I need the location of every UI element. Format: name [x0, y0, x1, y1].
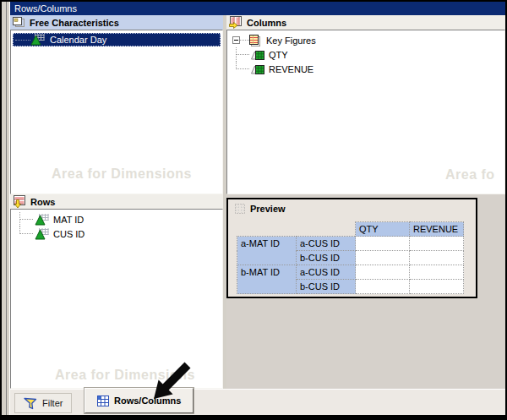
tree-item-label: MAT ID — [53, 215, 84, 225]
stacked-squares-icon — [13, 17, 25, 28]
table-row: a-MAT ID a-CUS ID — [237, 237, 464, 251]
free-characteristics-list[interactable]: Calendar Day Area for Dimensions — [10, 30, 223, 194]
preview-pane: Preview QTY REVENUE a-MAT ID a-CUS ID b-… — [226, 194, 505, 389]
tree-line — [232, 47, 251, 62]
columns-header: Columns — [226, 15, 505, 30]
table-arrow-down-icon — [13, 195, 26, 208]
panel-title: Free Characteristics — [30, 18, 119, 28]
tree-item-qty[interactable]: QTY — [227, 47, 504, 62]
panel-title: Columns — [247, 18, 286, 28]
rows-tree[interactable]: MAT ID CUS ID — [10, 209, 223, 389]
tree-line — [16, 226, 35, 241]
tree-item-label: Calendar Day — [50, 35, 106, 45]
filter-funnel-icon — [24, 397, 37, 410]
row-header: a-CUS ID — [297, 265, 356, 280]
value-cell — [356, 265, 410, 280]
value-cell — [410, 237, 464, 251]
value-cell — [356, 251, 410, 265]
row-header: b-CUS ID — [297, 280, 356, 294]
columns-panel: Columns Key Figures — [226, 15, 505, 194]
tree-line — [16, 212, 35, 226]
row-header: a-MAT ID — [237, 237, 297, 265]
preview-box: Preview QTY REVENUE a-MAT ID a-CUS ID b-… — [226, 198, 477, 298]
grid-table-icon — [97, 395, 109, 406]
preview-table: QTY REVENUE a-MAT ID a-CUS ID b-CUS ID b… — [237, 221, 464, 294]
pane-title: Rows/Columns — [14, 3, 77, 14]
row-header: a-CUS ID — [297, 237, 356, 251]
pane-title-bar: Rows/Columns — [10, 2, 505, 15]
tree-item-key-figures[interactable]: Key Figures — [227, 33, 504, 47]
area-watermark-clipped: Area fo — [445, 167, 495, 183]
view-tab-strip: Filter Rows/Columns — [10, 389, 505, 415]
tree-item-cus-id[interactable]: CUS ID — [11, 226, 222, 241]
collapse-icon[interactable] — [232, 36, 240, 44]
characteristic-icon — [35, 214, 49, 226]
table-arrow-right-icon — [229, 16, 243, 29]
row-header: b-CUS ID — [297, 251, 356, 265]
tab-rows-columns[interactable]: Rows/Columns — [84, 388, 194, 413]
tree-item-revenue[interactable]: REVENUE — [227, 62, 504, 76]
tab-label: Rows/Columns — [114, 395, 181, 406]
rows-header: Rows — [10, 194, 223, 209]
columns-tree[interactable]: Key Figures QTY — [226, 30, 505, 194]
tree-line — [15, 40, 30, 41]
tab-filter[interactable]: Filter — [14, 393, 72, 413]
characteristic-icon — [30, 34, 45, 46]
column-header: QTY — [356, 222, 410, 237]
tree-line — [232, 62, 251, 76]
table-row: QTY REVENUE — [237, 222, 464, 237]
area-watermark: Area for Dimensions — [55, 368, 195, 383]
key-figure-icon — [251, 49, 264, 61]
preview-title: Preview — [250, 204, 286, 214]
table-row: b-MAT ID a-CUS ID — [237, 265, 464, 280]
free-characteristics-header: Free Characteristics — [10, 15, 223, 30]
dotted-square-icon — [235, 204, 245, 214]
query-designer-window: Rows/Columns Free Characteristics — [0, 0, 507, 420]
tree-item-label: REVENUE — [269, 64, 313, 74]
tab-label: Filter — [42, 398, 63, 408]
free-characteristics-panel: Free Characteristics Calendar Day Area f… — [10, 15, 223, 194]
tree-item-label: CUS ID — [53, 229, 84, 239]
characteristic-icon — [35, 228, 49, 240]
preview-header: Preview — [228, 199, 476, 214]
key-figures-folder-icon — [249, 35, 262, 46]
docking-handle[interactable] — [2, 2, 10, 415]
tree-item-label: Key Figures — [266, 35, 316, 46]
key-figure-icon — [251, 63, 264, 75]
tree-line — [240, 40, 249, 41]
area-watermark: Area for Dimensions — [52, 166, 192, 182]
value-cell — [410, 280, 464, 294]
value-cell — [356, 280, 410, 294]
rows-panel: Rows MAT ID — [10, 194, 223, 389]
tree-item-label: QTY — [269, 50, 288, 60]
row-header: b-MAT ID — [237, 265, 297, 294]
value-cell — [410, 251, 464, 265]
tree-item-mat-id[interactable]: MAT ID — [11, 212, 222, 226]
value-cell — [410, 265, 464, 280]
panel-title: Rows — [30, 197, 55, 207]
tree-item-calendar-day[interactable]: Calendar Day — [13, 33, 221, 46]
value-cell — [356, 237, 410, 251]
column-header: REVENUE — [410, 222, 464, 237]
